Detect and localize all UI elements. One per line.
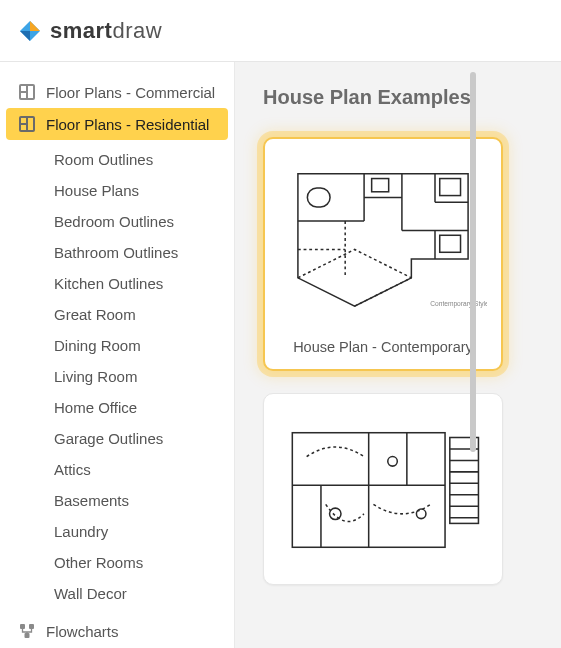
svg-point-21 bbox=[330, 508, 341, 519]
logo[interactable]: smartdraw bbox=[18, 18, 162, 44]
svg-rect-8 bbox=[20, 624, 25, 629]
page-title: House Plan Examples bbox=[263, 86, 543, 109]
sidebar-cat-flowcharts[interactable]: Flowcharts bbox=[0, 615, 234, 647]
svg-rect-10 bbox=[25, 633, 30, 638]
sidebar-sub-basements[interactable]: Basements bbox=[0, 485, 234, 516]
sidebar-cat-label: Flowcharts bbox=[46, 623, 119, 640]
svg-rect-1 bbox=[21, 86, 26, 91]
sidebar-sub-home-office[interactable]: Home Office bbox=[0, 392, 234, 423]
svg-rect-7 bbox=[21, 125, 26, 130]
svg-rect-16 bbox=[372, 179, 389, 192]
floorplan-icon bbox=[18, 115, 36, 133]
svg-point-23 bbox=[416, 509, 426, 519]
logo-icon bbox=[18, 19, 42, 43]
sidebar-sub-bathroom-outlines[interactable]: Bathroom Outlines bbox=[0, 237, 234, 268]
app-root: smartdraw Floor Plans - Commercial Floor… bbox=[0, 0, 561, 648]
svg-rect-2 bbox=[28, 86, 33, 98]
template-thumbnail: Contemporary Style bbox=[279, 155, 487, 325]
sidebar-cat-floor-commercial[interactable]: Floor Plans - Commercial bbox=[0, 76, 234, 108]
main-inner: House Plan Examples bbox=[235, 62, 561, 585]
svg-rect-9 bbox=[29, 624, 34, 629]
sidebar-sub-other-rooms[interactable]: Other Rooms bbox=[0, 547, 234, 578]
sidebar-sub-laundry[interactable]: Laundry bbox=[0, 516, 234, 547]
sidebar-sub-kitchen-outlines[interactable]: Kitchen Outlines bbox=[0, 268, 234, 299]
svg-rect-3 bbox=[21, 93, 26, 98]
sidebar-cat-label: Floor Plans - Residential bbox=[46, 116, 209, 133]
svg-rect-15 bbox=[307, 188, 330, 207]
svg-point-22 bbox=[388, 457, 398, 467]
sidebar: Floor Plans - Commercial Floor Plans - R… bbox=[0, 62, 235, 648]
svg-text:Contemporary Style: Contemporary Style bbox=[430, 300, 487, 308]
sidebar-sub-bedroom-outlines[interactable]: Bedroom Outlines bbox=[0, 206, 234, 237]
sidebar-subitems: Room Outlines House Plans Bedroom Outlin… bbox=[0, 140, 234, 615]
template-caption: House Plan - Contemporary bbox=[279, 339, 487, 355]
template-card-contemporary[interactable]: Contemporary Style House Plan - Contempo… bbox=[263, 137, 503, 371]
sidebar-sub-garage-outlines[interactable]: Garage Outlines bbox=[0, 423, 234, 454]
sidebar-sub-attics[interactable]: Attics bbox=[0, 454, 234, 485]
floorplan-icon bbox=[18, 83, 36, 101]
svg-rect-18 bbox=[440, 179, 461, 196]
sidebar-sub-living-room[interactable]: Living Room bbox=[0, 361, 234, 392]
sidebar-sub-wall-decor[interactable]: Wall Decor bbox=[0, 578, 234, 609]
header: smartdraw bbox=[0, 0, 561, 62]
sidebar-cat-floor-residential[interactable]: Floor Plans - Residential bbox=[6, 108, 228, 140]
svg-rect-6 bbox=[28, 118, 33, 130]
body: Floor Plans - Commercial Floor Plans - R… bbox=[0, 62, 561, 648]
sidebar-sub-dining-room[interactable]: Dining Room bbox=[0, 330, 234, 361]
template-card-second[interactable] bbox=[263, 393, 503, 585]
main: House Plan Examples bbox=[235, 62, 561, 648]
svg-rect-17 bbox=[440, 235, 461, 252]
sidebar-sub-room-outlines[interactable]: Room Outlines bbox=[0, 144, 234, 175]
sidebar-sub-house-plans[interactable]: House Plans bbox=[0, 175, 234, 206]
flowchart-icon bbox=[18, 622, 36, 640]
scrollbar-thumb[interactable] bbox=[470, 72, 476, 452]
template-thumbnail bbox=[278, 410, 488, 570]
logo-text: smartdraw bbox=[50, 18, 162, 44]
scrollbar[interactable] bbox=[470, 62, 476, 648]
svg-rect-5 bbox=[21, 118, 26, 123]
sidebar-sub-great-room[interactable]: Great Room bbox=[0, 299, 234, 330]
sidebar-cat-label: Floor Plans - Commercial bbox=[46, 84, 215, 101]
